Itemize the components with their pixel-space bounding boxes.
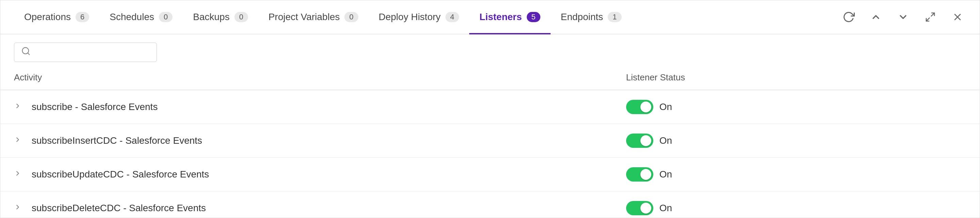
- tab-label-operations: Operations: [24, 11, 71, 22]
- toggle-track: [626, 167, 653, 181]
- svg-line-5: [27, 53, 29, 54]
- tab-badge-deploy-history: 4: [445, 12, 459, 22]
- toggle-thumb: [640, 203, 651, 213]
- row-expand-icon[interactable]: [14, 136, 25, 146]
- activity-cell-wrapper: subscribeUpdateCDC - Salesforce Events: [14, 169, 599, 180]
- tab-deploy-history[interactable]: Deploy History4: [369, 0, 469, 34]
- column-header-status: Listener Status: [612, 66, 980, 90]
- activity-label-1: subscribeInsertCDC - Salesforce Events: [32, 135, 202, 146]
- table-header-row: Activity Listener Status: [0, 66, 980, 90]
- toggle-track: [626, 133, 653, 148]
- tab-badge-backups: 0: [234, 12, 248, 22]
- row-status-0: On: [612, 90, 980, 124]
- svg-line-1: [926, 18, 929, 21]
- listeners-table: Activity Listener Status subscribe - Sal…: [0, 66, 980, 218]
- search-icon: [21, 46, 30, 58]
- tab-backups[interactable]: Backups0: [183, 0, 258, 34]
- toggle-track: [626, 201, 653, 215]
- toggle-1[interactable]: [626, 133, 653, 148]
- tab-label-endpoints: Endpoints: [561, 11, 603, 22]
- row-activity-2: subscribeUpdateCDC - Salesforce Events: [0, 158, 612, 191]
- activity-label-3: subscribeDeleteCDC - Salesforce Events: [32, 203, 206, 213]
- tab-badge-operations: 6: [76, 12, 89, 22]
- tab-label-deploy-history: Deploy History: [379, 11, 441, 22]
- toggle-label-3: On: [659, 203, 672, 213]
- table-row: subscribeDeleteCDC - Salesforce EventsOn: [0, 191, 980, 218]
- tab-badge-schedules: 0: [159, 12, 172, 22]
- chevron-up-button[interactable]: [867, 8, 885, 26]
- toggle-wrapper: On: [626, 201, 966, 215]
- activity-cell-wrapper: subscribe - Salesforce Events: [14, 101, 599, 112]
- toggle-0[interactable]: [626, 100, 653, 114]
- tab-badge-listeners: 5: [527, 12, 540, 22]
- tab-bar: Operations6Schedules0Backups0Project Var…: [0, 0, 980, 34]
- chevron-down-button[interactable]: [894, 8, 912, 26]
- tab-label-schedules: Schedules: [110, 11, 154, 22]
- table-row: subscribeInsertCDC - Salesforce EventsOn: [0, 124, 980, 158]
- table-container: Activity Listener Status subscribe - Sal…: [0, 66, 980, 218]
- row-status-3: On: [612, 191, 980, 218]
- tab-badge-project-variables: 0: [344, 12, 358, 22]
- tab-project-variables[interactable]: Project Variables0: [258, 0, 369, 34]
- row-activity-1: subscribeInsertCDC - Salesforce Events: [0, 124, 612, 158]
- activity-cell-wrapper: subscribeInsertCDC - Salesforce Events: [14, 135, 599, 146]
- toggle-2[interactable]: [626, 167, 653, 181]
- expand-button[interactable]: [922, 8, 939, 26]
- refresh-button[interactable]: [840, 8, 857, 26]
- tab-badge-endpoints: 1: [608, 12, 621, 22]
- main-container: Operations6Schedules0Backups0Project Var…: [0, 0, 980, 218]
- search-input[interactable]: [35, 47, 150, 58]
- search-bar: [0, 34, 980, 66]
- toggle-track: [626, 100, 653, 114]
- activity-cell-wrapper: subscribeDeleteCDC - Salesforce Events: [14, 203, 599, 213]
- toggle-3[interactable]: [626, 201, 653, 215]
- row-status-2: On: [612, 158, 980, 191]
- toggle-thumb: [640, 169, 651, 180]
- column-header-activity: Activity: [0, 66, 612, 90]
- search-input-wrapper[interactable]: [14, 43, 157, 62]
- row-expand-icon[interactable]: [14, 102, 25, 112]
- tab-label-project-variables: Project Variables: [269, 11, 340, 22]
- table-row: subscribe - Salesforce EventsOn: [0, 90, 980, 124]
- tab-label-backups: Backups: [193, 11, 229, 22]
- tab-listeners[interactable]: Listeners5: [469, 0, 550, 34]
- activity-label-2: subscribeUpdateCDC - Salesforce Events: [32, 169, 209, 180]
- row-activity-3: subscribeDeleteCDC - Salesforce Events: [0, 191, 612, 218]
- tab-operations[interactable]: Operations6: [14, 0, 99, 34]
- toggle-wrapper: On: [626, 167, 966, 181]
- toggle-thumb: [640, 101, 651, 112]
- toggle-wrapper: On: [626, 133, 966, 148]
- activity-label-0: subscribe - Salesforce Events: [32, 101, 158, 112]
- tab-schedules[interactable]: Schedules0: [99, 0, 183, 34]
- row-expand-icon[interactable]: [14, 170, 25, 179]
- row-activity-0: subscribe - Salesforce Events: [0, 90, 612, 124]
- toggle-label-1: On: [659, 135, 672, 146]
- row-expand-icon[interactable]: [14, 204, 25, 213]
- svg-line-0: [931, 13, 934, 16]
- toggle-label-0: On: [659, 101, 672, 112]
- close-button[interactable]: [949, 8, 966, 26]
- toggle-wrapper: On: [626, 100, 966, 114]
- toggle-label-2: On: [659, 169, 672, 180]
- tab-endpoints[interactable]: Endpoints1: [550, 0, 632, 34]
- tab-bar-actions: [840, 8, 966, 26]
- table-row: subscribeUpdateCDC - Salesforce EventsOn: [0, 158, 980, 191]
- tab-label-listeners: Listeners: [479, 11, 522, 22]
- row-status-1: On: [612, 124, 980, 158]
- toggle-thumb: [640, 135, 651, 146]
